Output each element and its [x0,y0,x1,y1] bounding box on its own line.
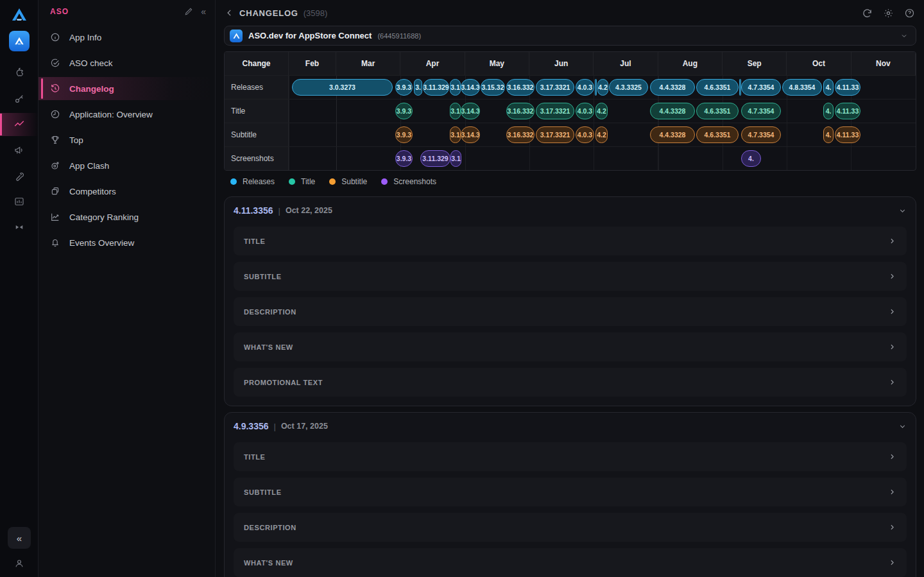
version-pill-3.17.3321[interactable]: 3.17.3321 [536,103,574,119]
column-header-mar: Mar [336,52,400,75]
version-pill-4.6.3351[interactable]: 4.6.3351 [696,79,739,96]
version-pill-3.9.3[interactable]: 3.9.3 [395,126,413,143]
collapse-sidebar-icon[interactable]: « [201,6,206,17]
version-pill-4.2[interactable]: 4.2 [597,79,608,96]
version-pill-4.11.33[interactable]: 4.11.33 [835,79,860,96]
settings-gear-icon[interactable] [883,8,894,19]
version-pill-4.0.3[interactable]: 4.0.3 [576,79,594,96]
sidebar-item-application-overview[interactable]: Application: Overview [38,103,215,126]
field-row-title[interactable]: TITLE [234,227,907,255]
version-pill-3.14.3[interactable]: 3.14.3 [461,126,480,143]
chevron-right-icon [888,488,896,496]
version-pill-3.1[interactable]: 3.1 [450,126,461,143]
sidebar-item-events-overview[interactable]: Events Overview [38,231,215,254]
field-row-subtitle[interactable]: SUBTITLE [234,262,907,291]
version-marker[interactable] [595,79,597,96]
megaphone-icon[interactable] [0,137,38,163]
sidebar-item-app-clash[interactable]: App Clash [38,154,215,177]
version-pill-3.1[interactable]: 3.1 [450,103,461,119]
version-pill-3.1[interactable]: 3.1 [450,79,461,96]
row-label: Screenshots [225,147,289,170]
sidebar-item-top[interactable]: Top [38,128,215,151]
sidebar-item-changelog[interactable]: Changelog [38,77,215,100]
field-label: DESCRIPTION [244,524,296,531]
sidebar-item-label: Competitors [69,187,116,196]
version-pill-4.2[interactable]: 4.2 [595,103,608,119]
version-pill-4[interactable]: 4. [823,103,834,119]
version-pill-4.4.3328[interactable]: 4.4.3328 [650,79,695,96]
main-content: CHANGELOG (3598) ASO.dev for AppStore Co… [216,0,924,577]
chevron-down-icon[interactable] [898,422,907,431]
tools-wrench-icon[interactable] [0,163,38,189]
apple-icon[interactable] [0,60,38,86]
app-selector[interactable]: ASO.dev for AppStore Connect (6445911688… [224,26,916,46]
version-pill-3.16.332[interactable]: 3.16.332 [506,79,535,96]
version-pill-3[interactable]: 3. [414,79,422,96]
field-row-subtitle[interactable]: SUBTITLE [234,478,907,506]
field-row-title[interactable]: TITLE [234,442,907,471]
legend-label: Releases [243,177,275,186]
help-icon[interactable] [904,8,915,19]
version-pill-3.14.3[interactable]: 3.14.3 [461,79,480,96]
sidebar-item-label: App Clash [69,161,109,171]
version-pill-4.0.3[interactable]: 4.0.3 [576,126,594,143]
version-pill-4.6.3351[interactable]: 4.6.3351 [696,103,739,119]
sidebar-item-app-info[interactable]: App Info [38,26,215,49]
version-pill-4.7.3354[interactable]: 4.7.3354 [741,126,781,143]
release-card-header[interactable]: 4.11.3356|Oct 22, 2025 [234,201,907,220]
field-row-promotional-text[interactable]: PROMOTIONAL TEXT [234,368,907,397]
version-pill-3.1[interactable]: 3.1 [450,150,461,167]
version-pill-3.0.3273[interactable]: 3.0.3273 [292,79,393,96]
version-pill-3.9.3[interactable]: 3.9.3 [395,103,413,119]
version-pill-4.11.33[interactable]: 4.11.33 [835,126,860,143]
version-pill-4.11.33[interactable]: 4.11.33 [835,103,860,119]
release-card-header[interactable]: 4.9.3356|Oct 17, 2025 [234,417,907,436]
version-pill-3.16.332[interactable]: 3.16.332 [506,103,535,119]
promo-video-icon[interactable] [0,214,38,240]
version-pill-4.6.3351[interactable]: 4.6.3351 [696,126,739,143]
version-pill-4[interactable]: 4. [823,126,834,143]
version-pill-3.17.3321[interactable]: 3.17.3321 [536,79,574,96]
field-row-description[interactable]: DESCRIPTION [234,513,907,542]
aso-dev-logo-icon [0,3,38,27]
version-pill-3.9.3[interactable]: 3.9.3 [395,150,413,167]
version-pill-4.2[interactable]: 4.2 [595,126,608,143]
edit-pencil-icon[interactable] [184,7,193,16]
timeline-legend: ReleasesTitleSubtitleScreenshots [224,171,916,193]
version-pill-3.15.32[interactable]: 3.15.32 [481,79,505,96]
sidebar-item-aso-check[interactable]: ASO check [38,51,215,74]
version-pill-4.4.3328[interactable]: 4.4.3328 [650,103,695,119]
icon-rail: « [0,0,38,577]
field-row-what-s-new[interactable]: WHAT'S NEW [234,332,907,361]
version-pill-3.11.329[interactable]: 3.11.329 [420,150,450,167]
version-pill-4.8.3354[interactable]: 4.8.3354 [782,79,822,96]
current-app-icon[interactable] [9,31,30,51]
target-icon [50,160,62,171]
version-pill-4.7.3354[interactable]: 4.7.3354 [741,103,781,119]
version-pill-3.16.332[interactable]: 3.16.332 [506,126,535,143]
version-pill-4.3.3325[interactable]: 4.3.3325 [609,79,648,96]
version-pill-3.14.3[interactable]: 3.14.3 [461,103,480,119]
back-chevron-icon[interactable] [225,8,234,17]
field-label: PROMOTIONAL TEXT [244,379,323,386]
analytics-rail-icon[interactable] [0,112,38,137]
version-pill-4.0.3[interactable]: 4.0.3 [576,103,594,119]
sidebar-item-category-ranking[interactable]: Category Ranking [38,205,215,228]
chevron-down-icon[interactable] [898,207,907,215]
timeline-row-title: Title3.9.33.13.14.33.16.3323.17.33214.0.… [225,99,916,123]
version-pill-4[interactable]: 4. [741,150,761,167]
keywords-key-icon[interactable] [0,86,38,112]
reports-chart-icon[interactable] [0,189,38,214]
refresh-icon[interactable] [862,8,873,19]
version-pill-3.11.329[interactable]: 3.11.329 [423,79,449,96]
sidebar-item-competitors[interactable]: Competitors [38,180,215,203]
version-pill-3.17.3321[interactable]: 3.17.3321 [536,126,574,143]
field-row-description[interactable]: DESCRIPTION [234,297,907,326]
collapse-rail-button[interactable]: « [8,527,31,549]
user-profile-icon[interactable] [0,554,38,573]
version-pill-3.9.3[interactable]: 3.9.3 [395,79,413,96]
field-row-what-s-new[interactable]: WHAT'S NEW [234,548,907,577]
version-pill-4[interactable]: 4. [823,79,834,96]
version-pill-4.7.3354[interactable]: 4.7.3354 [741,79,781,96]
version-pill-4.4.3328[interactable]: 4.4.3328 [650,126,695,143]
